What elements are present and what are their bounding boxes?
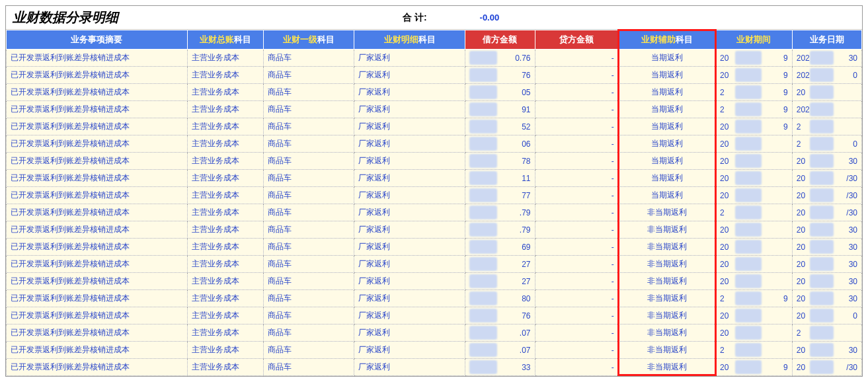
data-cell: 厂家返利: [354, 187, 465, 204]
data-cell: 已开发票返利到账差异核销进成本: [7, 359, 188, 376]
data-cell: 主营业务成本: [187, 170, 264, 187]
data-cell: 已开发票返利到账差异核销进成本: [7, 67, 188, 84]
data-cell: 主营业务成本: [187, 135, 264, 153]
data-cell: 当期返利: [618, 187, 715, 204]
data-cell: 商品车: [264, 170, 354, 187]
data-cell: 非当期返利: [618, 359, 715, 376]
data-cell: 厂家返利: [354, 50, 465, 67]
data-cell: 商品车: [264, 84, 354, 101]
data-cell: 厂家返利: [354, 239, 465, 256]
data-cell: 厂家返利: [354, 221, 465, 239]
report-container: 业财数据分录明细 合 计: -0.00 业务事项摘要业财总账科目业财一级科目业财…: [5, 5, 863, 377]
report-title: 业财数据分录明细: [13, 9, 118, 26]
data-cell: -: [535, 359, 618, 376]
data-cell: 已开发票返利到账差异核销进成本: [7, 342, 188, 359]
table-row: 已开发票返利到账差异核销进成本主营业务成本商品车厂家返利0.76-当期返利209…: [7, 50, 862, 67]
data-cell: 11: [465, 170, 535, 187]
data-cell: 非当期返利: [618, 324, 715, 342]
table-row: 已开发票返利到账差异核销进成本主营业务成本商品车厂家返利27-非当期返利2020…: [7, 273, 862, 290]
data-table: 业务事项摘要业财总账科目业财一级科目业财明细科目借方金额贷方金额业财辅助科目业财…: [6, 30, 862, 376]
data-cell: 商品车: [264, 135, 354, 153]
data-cell: -: [535, 187, 618, 204]
data-cell: 已开发票返利到账差异核销进成本: [7, 239, 188, 256]
data-cell: 厂家返利: [354, 101, 465, 118]
data-cell: 已开发票返利到账差异核销进成本: [7, 118, 188, 135]
data-cell: 27: [465, 256, 535, 273]
data-cell: 厂家返利: [354, 342, 465, 359]
data-cell: 20: [716, 239, 793, 256]
data-cell: 商品车: [264, 307, 354, 324]
data-cell: 非当期返利: [618, 256, 715, 273]
data-cell: 2: [792, 118, 861, 135]
data-cell: 商品车: [264, 256, 354, 273]
data-cell: 主营业务成本: [187, 50, 264, 67]
data-cell: 已开发票返利到账差异核销进成本: [7, 273, 188, 290]
data-cell: 主营业务成本: [187, 187, 264, 204]
table-row: 已开发票返利到账差异核销进成本主营业务成本商品车厂家返利78-当期返利20203…: [7, 153, 862, 170]
data-cell: 已开发票返利到账差异核销进成本: [7, 50, 188, 67]
data-cell: 主营业务成本: [187, 342, 264, 359]
data-cell: 20: [792, 135, 861, 153]
data-cell: 已开发票返利到账差异核销进成本: [7, 290, 188, 307]
data-cell: 20: [716, 135, 793, 153]
data-cell: 当期返利: [618, 118, 715, 135]
data-cell: 商品车: [264, 273, 354, 290]
data-cell: 厂家返利: [354, 290, 465, 307]
table-row: 已开发票返利到账差异核销进成本主营业务成本商品车厂家返利.79-非当期返利202…: [7, 221, 862, 239]
data-cell: 20: [716, 187, 793, 204]
data-cell: -: [535, 101, 618, 118]
data-cell: 已开发票返利到账差异核销进成本: [7, 153, 188, 170]
data-cell: 厂家返利: [354, 256, 465, 273]
header-cell: 业务事项摘要: [7, 30, 188, 50]
data-cell: 20: [716, 153, 793, 170]
data-cell: 2: [716, 204, 793, 221]
data-cell: 200: [792, 307, 861, 324]
table-row: 已开发票返利到账差异核销进成本主营业务成本商品车厂家返利11-当期返利2020/…: [7, 170, 862, 187]
data-cell: 当期返利: [618, 50, 715, 67]
data-cell: 20: [792, 84, 861, 101]
data-cell: 20: [716, 307, 793, 324]
data-cell: 80: [465, 290, 535, 307]
data-cell: 29: [716, 101, 793, 118]
data-cell: .79: [465, 204, 535, 221]
data-cell: 209: [716, 67, 793, 84]
data-cell: 已开发票返利到账差异核销进成本: [7, 256, 188, 273]
data-cell: 非当期返利: [618, 273, 715, 290]
data-cell: 厂家返利: [354, 67, 465, 84]
data-cell: -: [535, 67, 618, 84]
data-cell: 主营业务成本: [187, 239, 264, 256]
data-cell: 209: [716, 118, 793, 135]
data-cell: 已开发票返利到账差异核销进成本: [7, 101, 188, 118]
data-cell: 20/30: [792, 204, 861, 221]
data-cell: 商品车: [264, 118, 354, 135]
header-cell: 业财辅助科目: [618, 30, 715, 50]
data-cell: -: [535, 204, 618, 221]
data-cell: 已开发票返利到账差异核销进成本: [7, 204, 188, 221]
data-cell: 商品车: [264, 359, 354, 376]
data-cell: 78: [465, 153, 535, 170]
table-body: 已开发票返利到账差异核销进成本主营业务成本商品车厂家返利0.76-当期返利209…: [7, 50, 862, 376]
header-cell: 业财一级科目: [264, 30, 354, 50]
data-cell: 商品车: [264, 239, 354, 256]
header-cell: 贷方金额: [535, 30, 618, 50]
data-cell: 91: [465, 101, 535, 118]
data-cell: -: [535, 170, 618, 187]
data-cell: 主营业务成本: [187, 273, 264, 290]
data-cell: 主营业务成本: [187, 84, 264, 101]
data-cell: -: [535, 273, 618, 290]
title-row: 业财数据分录明细 合 计: -0.00: [6, 6, 862, 30]
table-row: 已开发票返利到账差异核销进成本主营业务成本商品车厂家返利76-非当期返利2020…: [7, 307, 862, 324]
data-cell: 主营业务成本: [187, 307, 264, 324]
data-cell: 主营业务成本: [187, 118, 264, 135]
data-cell: -: [535, 256, 618, 273]
data-cell: 当期返利: [618, 153, 715, 170]
data-cell: 主营业务成本: [187, 101, 264, 118]
data-cell: 29: [716, 290, 793, 307]
data-cell: 已开发票返利到账差异核销进成本: [7, 187, 188, 204]
data-cell: -: [535, 307, 618, 324]
data-cell: 非当期返利: [618, 307, 715, 324]
data-cell: -: [535, 324, 618, 342]
data-cell: 非当期返利: [618, 342, 715, 359]
table-row: 已开发票返利到账差异核销进成本主营业务成本商品车厂家返利.79-非当期返利220…: [7, 204, 862, 221]
data-cell: 非当期返利: [618, 290, 715, 307]
